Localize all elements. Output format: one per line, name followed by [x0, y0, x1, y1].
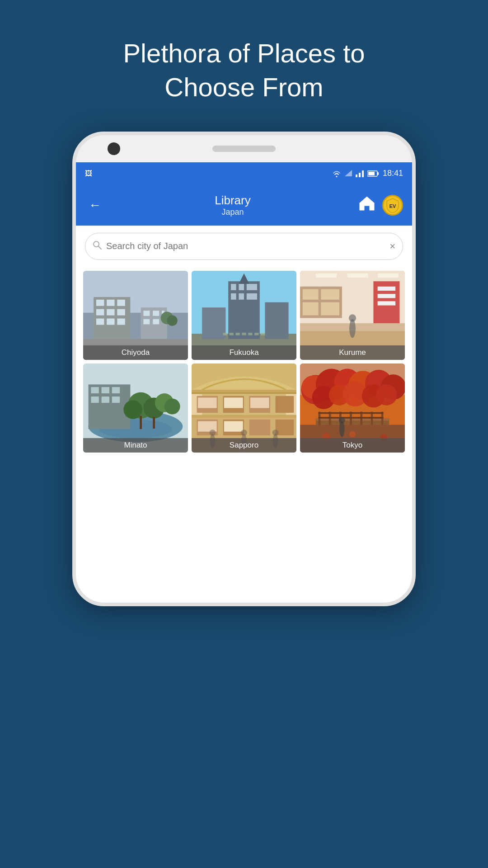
city-card-fukuoka[interactable]: Fukuoka: [192, 271, 296, 360]
city-label-chiyoda: Chiyoda: [83, 345, 188, 360]
svg-rect-45: [235, 333, 239, 335]
svg-point-67: [349, 314, 356, 321]
svg-rect-20: [107, 318, 114, 325]
svg-rect-5: [377, 172, 379, 175]
phone-speaker: [212, 146, 276, 152]
svg-rect-3: [362, 170, 364, 177]
svg-rect-14: [107, 300, 114, 306]
svg-rect-75: [91, 396, 99, 403]
svg-point-111: [272, 429, 279, 436]
ev-shield-icon: EV: [385, 198, 400, 213]
status-right: 18:41: [332, 169, 403, 178]
svg-rect-48: [254, 333, 258, 335]
svg-rect-35: [239, 284, 244, 290]
app-title: Library: [109, 193, 356, 208]
app-bar-actions: EV: [356, 193, 403, 217]
svg-rect-37: [231, 293, 236, 300]
status-left-icons: 🖼: [85, 170, 92, 178]
svg-rect-19: [96, 318, 104, 325]
svg-rect-49: [261, 333, 265, 335]
svg-rect-84: [153, 417, 155, 429]
svg-rect-72: [91, 387, 99, 393]
cities-grid: Chiyoda: [76, 267, 412, 460]
svg-point-125: [376, 384, 397, 405]
back-button[interactable]: ←: [85, 194, 105, 216]
svg-rect-18: [117, 309, 125, 315]
search-container: ×: [76, 226, 412, 267]
svg-point-66: [349, 319, 356, 338]
svg-rect-38: [239, 293, 244, 300]
svg-point-82: [123, 400, 142, 419]
svg-text:EV: EV: [389, 203, 396, 209]
svg-rect-54: [347, 274, 368, 278]
svg-point-142: [339, 417, 345, 423]
svg-rect-2: [359, 173, 361, 177]
svg-rect-60: [321, 302, 339, 315]
home-button[interactable]: [356, 193, 378, 217]
svg-rect-46: [242, 333, 246, 335]
city-label-minato: Minato: [83, 438, 188, 453]
svg-point-109: [241, 429, 247, 436]
svg-rect-53: [316, 274, 337, 278]
svg-rect-23: [143, 311, 150, 316]
svg-rect-76: [102, 396, 109, 403]
svg-rect-24: [153, 311, 159, 316]
svg-rect-42: [265, 302, 288, 339]
svg-rect-44: [230, 333, 234, 335]
phone-frame: 🖼 18:41: [72, 132, 416, 606]
app-subtitle: Japan: [109, 208, 356, 217]
svg-rect-59: [303, 302, 319, 315]
svg-point-139: [349, 431, 356, 438]
city-label-tokyo: Tokyo: [300, 438, 405, 453]
svg-rect-43: [223, 333, 227, 335]
svg-rect-91: [198, 397, 217, 408]
status-time: 18:41: [383, 169, 403, 178]
svg-marker-0: [345, 170, 352, 176]
city-label-sapporo: Sapporo: [192, 438, 296, 453]
svg-rect-6: [368, 172, 375, 175]
svg-rect-63: [378, 294, 395, 298]
phone-top-bezel: [76, 135, 412, 162]
signal-bars-icon: [356, 170, 364, 177]
signal-triangle-icon: [345, 170, 352, 177]
city-card-minato[interactable]: Minato: [83, 363, 188, 453]
city-card-sapporo[interactable]: Sapporo: [192, 363, 296, 453]
svg-point-29: [167, 315, 178, 326]
svg-rect-73: [102, 387, 109, 393]
svg-line-9: [99, 246, 101, 249]
search-bar[interactable]: ×: [85, 233, 403, 260]
battery-icon: [367, 170, 379, 177]
search-icon: [93, 241, 102, 252]
app-bar-title-group: Library Japan: [109, 193, 356, 217]
svg-point-81: [164, 399, 180, 415]
svg-rect-26: [143, 319, 150, 324]
svg-rect-77: [112, 396, 120, 403]
page-headline: Plethora of Places toChoose From: [87, 0, 401, 132]
city-label-kurume: Kurume: [300, 345, 405, 360]
city-card-tokyo[interactable]: Tokyo: [300, 363, 405, 453]
svg-rect-17: [107, 309, 114, 315]
svg-rect-47: [248, 333, 252, 335]
city-card-kurume[interactable]: Kurume: [300, 271, 405, 360]
svg-rect-21: [117, 318, 125, 325]
svg-rect-88: [192, 392, 296, 394]
svg-rect-16: [96, 309, 104, 315]
svg-rect-27: [153, 319, 159, 324]
svg-rect-15: [117, 300, 125, 306]
svg-rect-136: [319, 417, 384, 418]
svg-rect-74: [112, 387, 120, 393]
home-icon: [359, 196, 375, 211]
svg-rect-93: [224, 397, 243, 408]
svg-rect-41: [202, 307, 225, 339]
ev-badge[interactable]: EV: [382, 195, 403, 216]
search-clear-button[interactable]: ×: [389, 241, 395, 252]
search-input[interactable]: [106, 241, 389, 251]
phone-camera: [108, 142, 120, 155]
svg-rect-1: [356, 175, 357, 177]
city-card-chiyoda[interactable]: Chiyoda: [83, 271, 188, 360]
svg-point-8: [94, 241, 99, 247]
svg-rect-34: [231, 284, 236, 290]
status-bar: 🖼 18:41: [76, 162, 412, 185]
svg-rect-58: [321, 289, 339, 299]
svg-rect-103: [249, 420, 270, 435]
